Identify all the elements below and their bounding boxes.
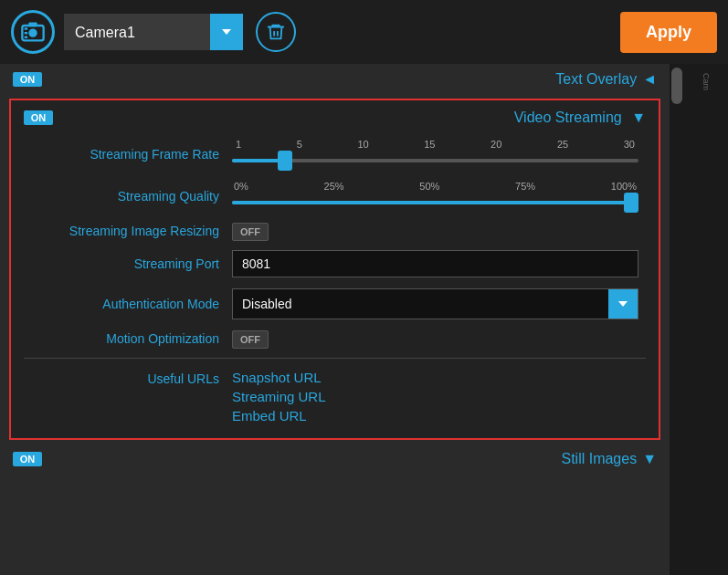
motion-opt-toggle[interactable]: OFF [232,330,269,349]
image-resizing-toggle[interactable]: OFF [232,223,269,241]
frame-rate-control: 1 5 10 15 20 25 30 [232,139,638,170]
svg-marker-7 [222,29,231,35]
still-images-section: ON Still Images ▼ [0,444,670,475]
image-resizing-control: OFF [232,223,638,239]
image-resizing-label: Streaming Image Resizing [31,224,232,238]
trash-icon [266,22,286,42]
auth-mode-label: Authentication Mode [31,297,232,311]
still-images-toggle[interactable]: ON [13,452,42,466]
frame-rate-thumb[interactable] [278,151,292,171]
svg-marker-10 [618,301,628,307]
frame-rate-ticks: 1 5 10 15 20 25 30 [232,139,638,150]
text-overlay-chevron: ◄ [642,71,657,88]
frame-rate-track [232,159,638,162]
camera-select-arrow[interactable] [210,14,243,50]
still-images-title[interactable]: Still Images ▼ [561,451,657,467]
text-overlay-toggle[interactable]: ON [13,72,42,87]
text-overlay-label: Text Overlay [555,71,637,88]
quality-ticks: 0% 25% 50% 75% 100% [232,181,638,192]
quality-row: Streaming Quality 0% 25% 50% 75% 100% [24,181,646,212]
frame-rate-label: Streaming Frame Rate [31,147,232,162]
port-input[interactable] [232,250,638,277]
quality-control: 0% 25% 50% 75% 100% [232,181,638,212]
quality-thumb[interactable] [624,193,638,213]
motion-opt-row: Motion Optimization OFF [24,330,646,347]
frame-rate-row: Streaming Frame Rate 1 5 10 15 20 25 30 [24,139,646,170]
svg-rect-4 [25,27,28,29]
motion-opt-control: OFF [232,330,638,347]
video-streaming-title: Video Streaming ▼ [514,110,646,126]
svg-rect-2 [28,23,37,27]
main-content: ON Text Overlay ◄ ON Video Streaming ▼ S… [0,64,728,575]
motion-opt-label: Motion Optimization [31,331,232,346]
auth-mode-select[interactable]: Disabled Basic Digest [233,291,608,317]
useful-urls-row: Useful URLs Snapshot URL Streaming URL E… [24,370,646,423]
apply-button[interactable]: Apply [620,12,717,53]
video-streaming-panel: ON Video Streaming ▼ Streaming Frame Rat… [9,99,660,440]
quality-fill [232,201,638,204]
quality-slider-wrapper [232,193,638,212]
camera-selector-group: Camera1 Camera2 Camera3 [64,14,243,50]
camera-logo-icon [11,10,55,54]
chevron-down-icon [617,298,628,309]
camera-svg [20,19,46,45]
svg-rect-6 [25,37,28,38]
snapshot-url-link[interactable]: Snapshot URL [232,370,326,385]
frame-rate-slider-wrapper [232,152,638,170]
header: Camera1 Camera2 Camera3 Apply [0,0,728,64]
chevron-down-icon [220,26,233,38]
scroll-area[interactable]: ON Text Overlay ◄ ON Video Streaming ▼ S… [0,64,670,575]
video-streaming-toggle[interactable]: ON [24,110,53,125]
port-label: Streaming Port [31,256,232,271]
camera-select[interactable]: Camera1 Camera2 Camera3 [64,14,210,50]
port-row: Streaming Port [24,250,646,277]
image-resizing-row: Streaming Image Resizing OFF [24,223,646,239]
text-overlay-title[interactable]: Text Overlay ◄ [555,71,657,88]
port-control [232,250,638,277]
video-streaming-label: Video Streaming [514,110,622,125]
side-panel-label: Cam [702,73,711,90]
svg-rect-5 [25,32,28,34]
svg-point-1 [28,29,37,37]
streaming-url-link[interactable]: Streaming URL [232,389,326,404]
scrollbar-thumb[interactable] [671,68,682,104]
text-overlay-section: ON Text Overlay ◄ [0,64,670,95]
scrollbar-track[interactable] [670,64,684,575]
useful-urls-links: Snapshot URL Streaming URL Embed URL [232,370,326,423]
auth-mode-row: Authentication Mode Disabled Basic Diges… [24,288,646,319]
quality-label: Streaming Quality [31,189,232,204]
auth-mode-control: Disabled Basic Digest [232,288,638,319]
still-images-chevron: ▼ [642,451,657,467]
delete-button[interactable] [256,12,296,52]
divider [24,358,646,359]
auth-mode-arrow[interactable] [608,289,638,319]
side-panel: Cam [684,64,728,575]
auth-mode-dropdown: Disabled Basic Digest [232,288,638,319]
quality-track [232,201,638,204]
still-images-label: Still Images [561,451,637,467]
video-streaming-chevron: ▼ [631,110,646,125]
panel-header: ON Video Streaming ▼ [24,110,646,126]
embed-url-link[interactable]: Embed URL [232,408,326,423]
useful-urls-label: Useful URLs [31,370,232,423]
